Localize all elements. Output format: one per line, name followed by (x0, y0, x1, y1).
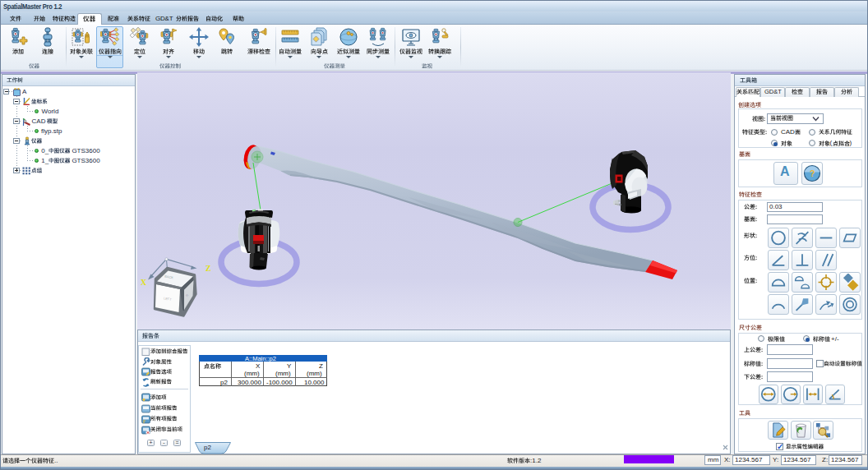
svg-text:Z: Z (205, 264, 211, 273)
svg-text:X: X (141, 278, 147, 287)
svg-text:?: ? (810, 168, 815, 178)
